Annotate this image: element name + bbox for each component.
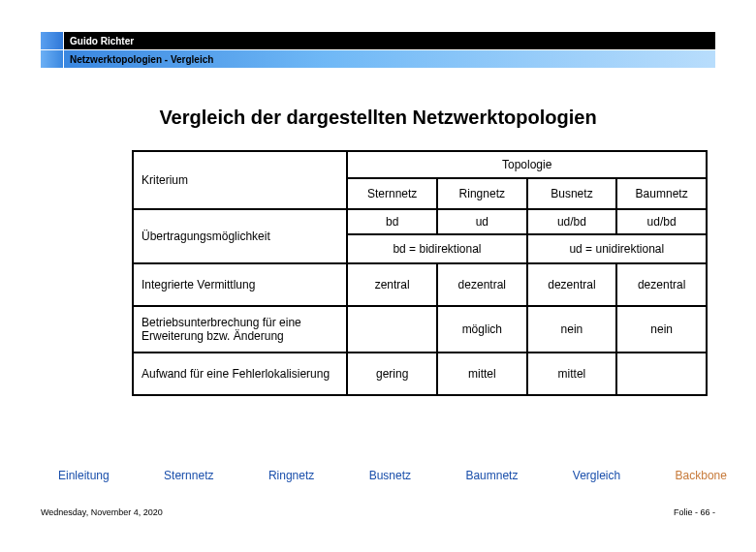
- nav-item-ringnetz[interactable]: Ringnetz: [268, 469, 314, 482]
- cell: nein: [527, 306, 617, 353]
- header-strip: Guido Richter Netzwerktopologien - Vergl…: [0, 32, 756, 68]
- cell: [616, 353, 707, 395]
- cell: ud/bd: [527, 209, 617, 234]
- cell: gering: [347, 353, 437, 395]
- criterion-transmission: Übertragungsmöglichkeit: [133, 209, 347, 263]
- slide: Guido Richter Netzwerktopologien - Vergl…: [0, 0, 756, 552]
- slide-title: Vergleich der dargestellten Netzwerktopo…: [0, 107, 756, 129]
- comparison-table: Kriterium Topologie Sternnetz Ringnetz B…: [132, 150, 708, 396]
- header-group: Topologie: [347, 151, 707, 178]
- footer-date: Wednesday, November 4, 2020: [41, 507, 163, 517]
- nav-item-einleitung[interactable]: Einleitung: [58, 469, 110, 482]
- bottom-nav: Einleitung Sternnetz Ringnetz Busnetz Ba…: [58, 469, 727, 482]
- legend-ud: ud = unidirektional: [527, 234, 707, 263]
- nav-item-busnetz[interactable]: Busnetz: [369, 469, 411, 482]
- criterion-switching: Integrierte Vermittlung: [133, 263, 347, 306]
- footer-page: Folie - 66 -: [674, 507, 715, 517]
- header-col-3: Baumnetz: [616, 178, 707, 209]
- cell: dezentral: [527, 263, 617, 306]
- nav-item-sternnetz[interactable]: Sternnetz: [164, 469, 213, 482]
- subtitle-text: Netzwerktopologien - Vergleich: [64, 50, 715, 68]
- cell: nein: [616, 306, 707, 353]
- legend-bd: bd = bidirektional: [347, 234, 526, 263]
- cell: dezentral: [437, 263, 527, 306]
- author-bar-accent-icon: [41, 32, 63, 49]
- table-row: Aufwand für eine Fehlerlokalisierung ger…: [133, 353, 707, 395]
- header-col-0: Sternnetz: [347, 178, 437, 209]
- nav-item-baumnetz[interactable]: Baumnetz: [465, 469, 518, 482]
- table-header-row-1: Kriterium Topologie: [133, 151, 707, 178]
- nav-item-vergleich[interactable]: Vergleich: [573, 469, 620, 482]
- cell: mittel: [437, 353, 527, 395]
- author-bar: Guido Richter: [0, 32, 756, 49]
- header-criterion: Kriterium: [133, 151, 347, 209]
- subtitle-bar: Netzwerktopologien - Vergleich: [0, 50, 756, 68]
- criterion-fault: Aufwand für eine Fehlerlokalisierung: [133, 353, 347, 395]
- cell: zentral: [347, 263, 437, 306]
- cell: dezentral: [616, 263, 707, 306]
- cell: mittel: [527, 353, 617, 395]
- table-row: Integrierte Vermittlung zentral dezentra…: [133, 263, 707, 306]
- table-row: Betriebsunterbrechung für eine Erweiteru…: [133, 306, 707, 353]
- author-name: Guido Richter: [64, 32, 715, 49]
- criterion-interruption: Betriebsunterbrechung für eine Erweiteru…: [133, 306, 347, 353]
- subtitle-bar-accent-icon: [41, 50, 63, 68]
- cell: ud/bd: [616, 209, 707, 234]
- cell: [347, 306, 437, 353]
- cell: bd: [347, 209, 437, 234]
- cell: möglich: [437, 306, 527, 353]
- cell: ud: [437, 209, 527, 234]
- header-col-1: Ringnetz: [437, 178, 527, 209]
- table-row-transmission-a: Übertragungsmöglichkeit bd ud ud/bd ud/b…: [133, 209, 707, 234]
- header-col-2: Busnetz: [527, 178, 617, 209]
- nav-item-backbone[interactable]: Backbone: [676, 469, 727, 482]
